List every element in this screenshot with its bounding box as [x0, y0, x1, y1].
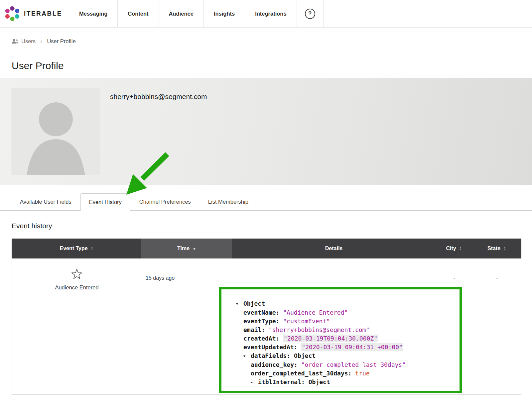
- sort-icon: ▲▼: [503, 247, 506, 251]
- column-header-event-type[interactable]: Event Type▲▼: [12, 239, 141, 258]
- details-json-highlight-box: ▼ObjecteventName: "Audience Entered"even…: [219, 287, 462, 393]
- json-value: Object: [294, 352, 316, 359]
- json-key: eventType:: [243, 318, 283, 325]
- breadcrumb: Users › User Profile: [12, 38, 532, 45]
- help-menu[interactable]: ?: [297, 0, 324, 27]
- json-value: Object: [309, 378, 330, 385]
- json-line: ▼Object: [236, 299, 454, 308]
- details-cell: ▼ObjecteventName: "Audience Entered"even…: [232, 258, 436, 394]
- breadcrumb-chevron-icon: ›: [40, 38, 42, 45]
- event-history-table: Event Type▲▼Time▼DetailsCity▲▼State▲▼ Au…: [12, 239, 521, 402]
- nav-item-integrations[interactable]: Integrations: [245, 0, 297, 27]
- nav-items: MessagingContentAudienceInsightsIntegrat…: [69, 0, 297, 27]
- sort-icon: ▲▼: [459, 247, 462, 251]
- json-line: createdAt: "2020-03-19T09:04:30.000Z": [236, 334, 454, 343]
- user-email: sherry+bobbins@segment.com: [110, 93, 207, 101]
- breadcrumb-current: User Profile: [47, 38, 75, 45]
- json-line: ►itblInternal: Object: [236, 378, 454, 387]
- json-line: audience_key: "order_completed_last_30da…: [236, 360, 454, 369]
- tab-channel-preferences[interactable]: Channel Preferences: [131, 193, 199, 210]
- json-value: true: [355, 370, 369, 377]
- column-header-time[interactable]: Time▼: [141, 239, 232, 258]
- json-key: dataFields:: [251, 352, 294, 359]
- avatar-silhouette-icon: [12, 88, 100, 175]
- section-heading: Event history: [12, 222, 532, 230]
- expand-icon[interactable]: ►: [251, 378, 258, 387]
- breadcrumb-users-label: Users: [21, 38, 36, 45]
- column-header-state[interactable]: State▲▼: [472, 239, 521, 258]
- page-title: User Profile: [12, 60, 532, 71]
- json-key: eventName:: [243, 309, 283, 316]
- json-value: "2020-03-19T09:04:30.000Z": [283, 335, 378, 342]
- json-key: email:: [243, 326, 269, 333]
- nav-item-content[interactable]: Content: [118, 0, 159, 27]
- json-line: eventType: "customEvent": [236, 317, 454, 326]
- avatar: [12, 88, 100, 175]
- sort-desc-icon: ▼: [193, 247, 196, 251]
- json-value: "Audience Entered": [283, 309, 348, 316]
- column-label: Time: [177, 246, 190, 252]
- json-value: "2020-03-19 09:04:31 +00:00": [301, 343, 403, 351]
- column-header-city[interactable]: City▲▼: [436, 239, 472, 258]
- tab-available-user-fields[interactable]: Available User Fields: [12, 193, 80, 210]
- tab-list-membership[interactable]: List Membership: [200, 193, 257, 210]
- json-value: "order_completed_last_30days": [301, 361, 406, 368]
- collapse-icon[interactable]: ▼: [243, 352, 251, 360]
- event-type-cell: Audience Entered: [12, 258, 142, 394]
- json-line: email: "sherry+bobbins@segment.com": [236, 326, 454, 334]
- iterable-logo-icon: [5, 6, 20, 21]
- column-label: City: [446, 246, 456, 252]
- nav-item-insights[interactable]: Insights: [204, 0, 245, 27]
- breadcrumb-users-link[interactable]: Users: [12, 38, 36, 45]
- collapse-icon[interactable]: ▼: [236, 300, 243, 308]
- json-value: Object: [243, 300, 265, 307]
- json-tree: ▼ObjecteventName: "Audience Entered"even…: [236, 299, 454, 387]
- city-value: -: [436, 258, 472, 394]
- top-nav: ITERABLE MessagingContentAudienceInsight…: [0, 0, 532, 28]
- help-icon: ?: [305, 9, 315, 19]
- table-row: Audience Entered 15 days ago ▼Objecteven…: [12, 258, 521, 395]
- json-key: createdAt:: [243, 335, 283, 342]
- json-value: "sherry+bobbins@segment.com": [269, 326, 369, 333]
- event-type-label: Audience Entered: [55, 284, 98, 291]
- json-line: ▼dataFields: Object: [236, 352, 454, 360]
- json-line: eventName: "Audience Entered": [236, 308, 454, 317]
- nav-item-audience[interactable]: Audience: [159, 0, 204, 27]
- column-label: State: [487, 246, 500, 252]
- state-value: -: [472, 258, 522, 394]
- json-value: "customEvent": [283, 318, 330, 325]
- event-time[interactable]: 15 days ago: [146, 275, 175, 282]
- json-key: eventUpdatedAt:: [243, 344, 301, 351]
- star-icon[interactable]: [70, 268, 83, 280]
- page: ITERABLE MessagingContentAudienceInsight…: [0, 0, 532, 405]
- json-line: order_completed_last_30days: true: [236, 369, 454, 378]
- table-header: Event Type▲▼Time▼DetailsCity▲▼State▲▼: [12, 239, 521, 258]
- column-label: Event Type: [60, 246, 87, 252]
- users-icon: [12, 39, 19, 44]
- tab-bar: Available User FieldsEvent HistoryChanne…: [0, 193, 532, 211]
- brand-name: ITERABLE: [24, 10, 62, 17]
- brand[interactable]: ITERABLE: [0, 0, 69, 27]
- column-header-details: Details: [232, 239, 436, 258]
- json-key: audience_key:: [251, 361, 301, 368]
- json-line: eventUpdatedAt: "2020-03-19 09:04:31 +00…: [236, 343, 454, 352]
- nav-item-messaging[interactable]: Messaging: [69, 0, 118, 27]
- table-body: Audience Entered 15 days ago ▼Objecteven…: [12, 258, 521, 402]
- json-key: itblInternal:: [258, 378, 309, 385]
- sort-icon: ▲▼: [91, 247, 93, 251]
- profile-header: sherry+bobbins@segment.com: [0, 78, 532, 185]
- column-label: Details: [325, 246, 342, 252]
- tab-event-history[interactable]: Event History: [80, 193, 130, 211]
- json-key: order_completed_last_30days:: [251, 370, 355, 377]
